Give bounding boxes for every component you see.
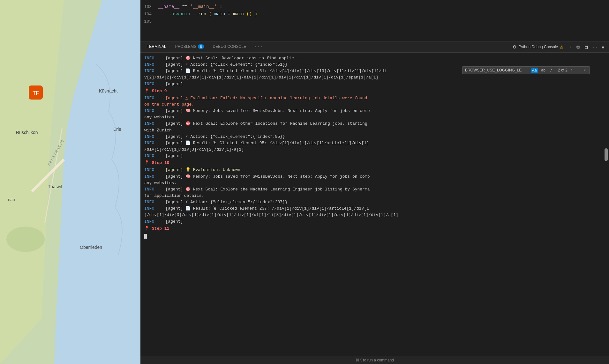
svg-text:Oberrieden: Oberrieden: [80, 245, 102, 250]
svg-text:Erle: Erle: [113, 127, 121, 132]
terminal-output[interactable]: INFO [agent] 🎯 Next Goal: Developer jobs…: [140, 53, 609, 356]
log-line-memory1: INFO [agent] 🧠 Memory: Jobs saved from S…: [143, 108, 609, 114]
line-number-105: 105: [140, 19, 158, 25]
search-count: 2 of 2: [558, 68, 568, 72]
svg-text:Thalwil: Thalwil: [48, 184, 62, 189]
line-number-104: 104: [140, 11, 158, 18]
log-line-action2: INFO [agent] ⚡ Action: {"click_element":…: [143, 134, 609, 140]
split-terminal-button[interactable]: ⧉: [575, 43, 582, 51]
code-editor: 103 __name__ == '__main__' : 104 asyncio…: [140, 0, 609, 41]
status-bar: ⌘K to run a command: [140, 356, 609, 364]
search-prev-button[interactable]: ↑: [569, 68, 574, 73]
search-bar: Aa ab .* 2 of 2 ↑ ↓ ×: [462, 66, 590, 74]
add-terminal-button[interactable]: +: [568, 43, 574, 50]
code-line-105: 105: [140, 18, 609, 25]
tab-problems[interactable]: PROBLEMS 6: [171, 41, 208, 52]
tab-actions: + ⧉ 🗑 ··· ∧: [568, 43, 606, 51]
log-line-goal3: INFO [agent] 🎯 Next Goal: Explore the Ma…: [143, 186, 609, 193]
tab-debug-console[interactable]: DEBUG CONSOLE: [209, 41, 250, 52]
log-line-action3: INFO [agent] ⚡ Action: {"click_element":…: [143, 199, 609, 205]
log-line-eval-fail2: on the current page.: [143, 101, 609, 108]
log-line-memory2: INFO [agent] 🧠 Memory: Jobs saved from S…: [143, 174, 609, 180]
code-line-103: 103 __name__ == '__main__' :: [140, 3, 609, 11]
log-line-result3: INFO [agent] 📄 Result: 🖱 Clicked element…: [143, 205, 609, 212]
log-line-goal2b: with Zurich.: [143, 127, 609, 134]
svg-text:Rüschlikon: Rüschlikon: [16, 130, 38, 135]
search-divider: [556, 68, 556, 73]
editor-panel: 103 __name__ == '__main__' : 104 asyncio…: [140, 0, 609, 364]
debug-console-label: ⚙ Python Debug Console ⚠: [510, 44, 566, 49]
hotkey-hint: ⌘K to run a command: [356, 358, 394, 362]
search-case-button[interactable]: Aa: [531, 68, 538, 73]
line-number-103: 103: [140, 4, 158, 11]
search-close-button[interactable]: ×: [582, 68, 587, 73]
app-container: SEESTRASSE Küsnacht Rüschlikon Erle Thal…: [0, 0, 609, 364]
line-content-103: __name__ == '__main__' :: [158, 3, 222, 10]
delete-terminal-button[interactable]: 🗑: [582, 43, 590, 50]
tab-more-button[interactable]: ···: [251, 44, 266, 50]
svg-text:TF: TF: [33, 90, 39, 96]
log-line-4: INFO [agent]: [143, 81, 609, 87]
terminal-more-button[interactable]: ···: [591, 43, 599, 50]
log-line-memory1b: any websites.: [143, 114, 609, 121]
code-line-104: 104 asyncio . run ( main = main () ): [140, 11, 609, 18]
step-11: 📍 Step 11: [143, 225, 609, 233]
warning-icon: ⚠: [560, 45, 564, 49]
map-svg: SEESTRASSE Küsnacht Rüschlikon Erle Thal…: [0, 0, 140, 364]
cursor-line: [143, 233, 609, 240]
line-content-105: [158, 18, 161, 25]
line-content-104: asyncio . run ( main = main () ): [158, 11, 257, 18]
log-line-3b: v[2]/div[2]/div[1]/div[1]/div[1]/div[1]/…: [143, 74, 609, 81]
scrollbar-thumb[interactable]: [605, 148, 608, 161]
problems-badge: 6: [198, 44, 204, 49]
search-input[interactable]: [465, 68, 529, 72]
svg-point-12: [6, 227, 45, 252]
log-line-1: INFO [agent] 🎯 Next Goal: Developer jobs…: [143, 55, 609, 62]
tab-terminal[interactable]: TERMINAL: [143, 41, 170, 52]
log-line-eval-fail: INFO [agent] △ Evaluation: Failed: No sp…: [143, 95, 609, 101]
debug-settings-icon: ⚙: [513, 44, 517, 49]
svg-text:Küsnacht: Küsnacht: [99, 88, 117, 93]
map-panel: SEESTRASSE Küsnacht Rüschlikon Erle Thal…: [0, 0, 140, 364]
terminal-cursor: [144, 234, 147, 239]
svg-text:nau: nau: [8, 197, 15, 202]
log-line-eval-unknown: INFO [agent] 💡 Evaluation: Unknown: [143, 167, 609, 173]
log-line-result2b: /div[1]/div[1]/div[3]/div[2]/div[1]/a[1]: [143, 146, 609, 153]
search-regex-button[interactable]: .*: [549, 68, 554, 73]
panel-close-button[interactable]: ∧: [599, 43, 606, 50]
log-line-goal2: INFO [agent] 🎯 Next Goal: Explore other …: [143, 121, 609, 127]
log-line-result2: INFO [agent] 📄 Result: 🖱 Clicked element…: [143, 140, 609, 146]
log-line-memory2b: any websites.: [143, 180, 609, 186]
terminal-tab-bar: TERMINAL PROBLEMS 6 DEBUG CONSOLE ··· ⚙ …: [140, 41, 609, 53]
log-line-5: INFO [agent]: [143, 153, 609, 159]
log-line-result3b: ]/div[1]/div[3]/div[1]/div[1]/div[1]/div…: [143, 212, 609, 218]
log-line-6: INFO [agent]: [143, 219, 609, 225]
step-9: 📍 Step 9: [143, 87, 609, 95]
step-10: 📍 Step 10: [143, 159, 609, 167]
log-line-goal3b: for application details.: [143, 193, 609, 199]
search-next-button[interactable]: ↓: [576, 68, 580, 73]
top-section: SEESTRASSE Küsnacht Rüschlikon Erle Thal…: [0, 0, 609, 364]
search-word-button[interactable]: ab: [540, 68, 547, 73]
